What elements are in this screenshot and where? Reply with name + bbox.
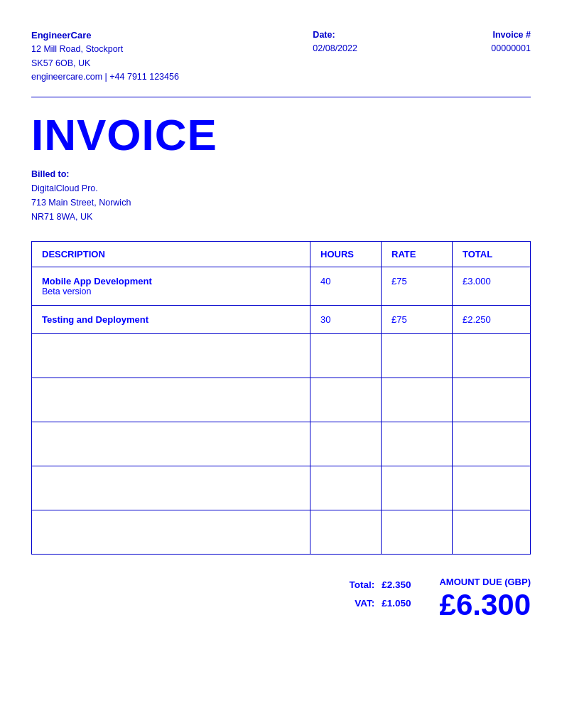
total-label: Total: <box>349 576 374 594</box>
date-block: Date: 02/08/2022 <box>313 28 357 56</box>
company-contact: engineercare.com | +44 7911 123456 <box>31 70 179 84</box>
row4-hours <box>310 378 382 422</box>
date-label: Date: <box>313 30 335 40</box>
vat-label: VAT: <box>349 594 374 613</box>
date-value: 02/08/2022 <box>313 43 357 53</box>
company-info: EngineerCare 12 Mill Road, Stockport SK5… <box>31 28 179 84</box>
row4-total <box>453 378 531 422</box>
row3-hours <box>310 334 382 378</box>
row3-total <box>453 334 531 378</box>
row5-total <box>453 422 531 466</box>
billed-to-name: DigitalCloud Pro. <box>31 183 98 193</box>
row1-description: Mobile App Development Beta version <box>32 267 310 306</box>
row1-description-sub: Beta version <box>42 287 300 296</box>
header-divider <box>31 97 531 97</box>
row3-rate <box>382 334 453 378</box>
total-value: £2.350 <box>382 576 411 594</box>
row6-description <box>32 466 310 510</box>
col-header-rate: RATE <box>382 242 453 267</box>
company-address-line1: 12 Mill Road, Stockport <box>31 43 179 56</box>
billed-to-section: Billed to: DigitalCloud Pro. 713 Main St… <box>31 167 531 224</box>
row4-rate <box>382 378 453 422</box>
invoice-number-block: Invoice # 00000001 <box>491 28 531 56</box>
billed-to-label: Billed to: <box>31 169 69 179</box>
totals-labels: Total: VAT: <box>349 576 374 612</box>
row4-description <box>32 378 310 422</box>
row1-total: £3.000 <box>453 267 531 306</box>
row6-hours <box>310 466 382 510</box>
table-row: Testing and Deployment 30 £75 £2.250 <box>32 306 531 334</box>
row2-description-main: Testing and Deployment <box>42 314 300 325</box>
invoice-number-label: Invoice # <box>492 30 531 40</box>
row1-rate: £75 <box>382 267 453 306</box>
table-row <box>32 466 531 510</box>
table-row: Mobile App Development Beta version 40 £… <box>32 267 531 306</box>
row1-hours: 40 <box>310 267 382 306</box>
row7-rate <box>382 510 453 555</box>
vat-value: £1.050 <box>382 594 411 613</box>
table-row <box>32 334 531 378</box>
row5-description <box>32 422 310 466</box>
table-row <box>32 510 531 555</box>
invoice-table: DESCRIPTION HOURS RATE TOTAL Mobile App … <box>31 241 531 555</box>
col-header-hours: HOURS <box>310 242 382 267</box>
row5-hours <box>310 422 382 466</box>
row2-description: Testing and Deployment <box>32 306 310 334</box>
col-header-total: TOTAL <box>453 242 531 267</box>
amount-due-label: AMOUNT DUE (GBP) <box>439 576 531 589</box>
row3-description <box>32 334 310 378</box>
invoice-title: INVOICE <box>31 113 531 157</box>
row7-hours <box>310 510 382 555</box>
row2-rate: £75 <box>382 306 453 334</box>
company-name: EngineerCare <box>31 28 179 43</box>
totals-section: Total: VAT: £2.350 £1.050 AMOUNT DUE (GB… <box>31 576 531 621</box>
row7-description <box>32 510 310 555</box>
row5-rate <box>382 422 453 466</box>
table-row <box>32 378 531 422</box>
col-header-description: DESCRIPTION <box>32 242 310 267</box>
totals-values: £2.350 £1.050 <box>382 576 411 612</box>
invoice-number-value: 00000001 <box>491 43 531 53</box>
amount-due-block: AMOUNT DUE (GBP) £6.300 <box>439 576 531 621</box>
invoice-page: EngineerCare 12 Mill Road, Stockport SK5… <box>0 0 562 728</box>
billed-to-address2: NR71 8WA, UK <box>31 212 92 222</box>
billed-to-address1: 713 Main Street, Norwich <box>31 198 131 208</box>
row2-hours: 30 <box>310 306 382 334</box>
row7-total <box>453 510 531 555</box>
table-header-row: DESCRIPTION HOURS RATE TOTAL <box>32 242 531 267</box>
row6-total <box>453 466 531 510</box>
invoice-header: EngineerCare 12 Mill Road, Stockport SK5… <box>31 28 531 84</box>
row6-rate <box>382 466 453 510</box>
company-address-line2: SK57 6OB, UK <box>31 57 179 70</box>
amount-due-value: £6.300 <box>439 589 531 621</box>
row1-description-main: Mobile App Development <box>42 276 300 287</box>
row2-total: £2.250 <box>453 306 531 334</box>
table-row <box>32 422 531 466</box>
